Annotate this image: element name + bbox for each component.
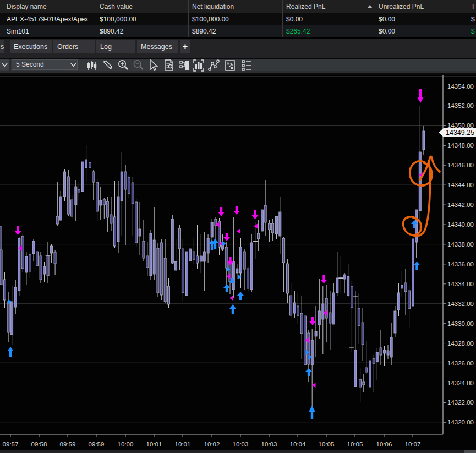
svg-text:10:01: 10:01: [175, 441, 191, 447]
svg-text:09:57: 09:57: [3, 441, 19, 447]
svg-text:10:03: 10:03: [261, 441, 277, 447]
svg-text:14352.00: 14352.00: [447, 102, 474, 109]
svg-text:14320.00: 14320.00: [447, 419, 474, 425]
svg-text:14349.25: 14349.25: [446, 129, 474, 137]
svg-text:09:59: 09:59: [60, 441, 76, 447]
svg-text:14348.00: 14348.00: [447, 142, 474, 149]
svg-text:14328.00: 14328.00: [447, 340, 474, 347]
svg-text:14340.00: 14340.00: [447, 221, 474, 228]
svg-text:10:02: 10:02: [204, 441, 220, 447]
svg-text:09:59: 09:59: [89, 441, 105, 447]
svg-text:10:04: 10:04: [290, 441, 306, 447]
svg-text:14350.00: 14350.00: [447, 122, 474, 129]
svg-text:09:58: 09:58: [31, 441, 47, 447]
svg-text:14324.00: 14324.00: [447, 380, 474, 386]
svg-text:14336.00: 14336.00: [447, 261, 474, 268]
svg-text:10:00: 10:00: [118, 441, 134, 447]
svg-text:10:03: 10:03: [233, 441, 249, 447]
svg-text:14354.00: 14354.00: [447, 83, 474, 90]
svg-text:14344.00: 14344.00: [447, 182, 474, 188]
svg-text:10:05: 10:05: [347, 441, 363, 447]
svg-text:14338.00: 14338.00: [447, 241, 474, 248]
svg-text:14326.00: 14326.00: [447, 360, 474, 367]
svg-text:10:06: 10:06: [376, 441, 392, 447]
svg-text:10:07: 10:07: [405, 441, 421, 447]
svg-text:10:05: 10:05: [319, 441, 335, 447]
svg-text:14322.00: 14322.00: [447, 399, 474, 406]
svg-text:14342.00: 14342.00: [447, 201, 474, 208]
svg-text:14346.00: 14346.00: [447, 162, 474, 168]
svg-text:10:01: 10:01: [146, 441, 162, 447]
svg-text:14334.00: 14334.00: [447, 281, 474, 287]
svg-text:14332.00: 14332.00: [447, 301, 474, 307]
svg-text:14330.00: 14330.00: [447, 320, 474, 327]
